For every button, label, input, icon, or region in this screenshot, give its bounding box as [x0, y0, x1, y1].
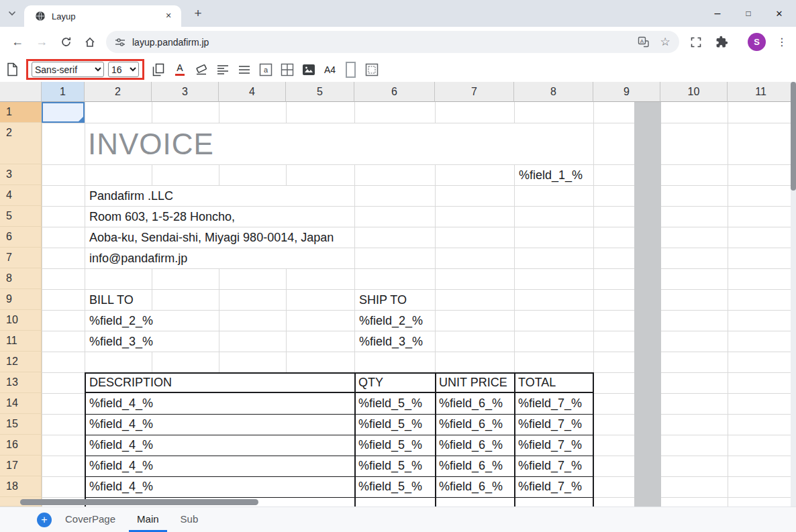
bill-field-3-cell[interactable]: %field_3_% [85, 331, 157, 352]
row-header-12[interactable]: 12 [0, 352, 42, 372]
table-cell[interactable]: %field_5_% [358, 477, 422, 496]
site-settings-icon[interactable] [114, 36, 126, 48]
table-cell[interactable]: %field_4_% [89, 477, 153, 496]
vertical-scrollbar-track[interactable] [791, 82, 796, 507]
horizontal-scrollbar-thumb[interactable] [20, 499, 258, 505]
new-file-button[interactable] [4, 60, 20, 79]
address-line1-cell[interactable]: Room 603, 1-5-28 Honcho, [85, 207, 354, 227]
browser-tab[interactable]: Layup ✕ [24, 5, 181, 27]
minimize-button[interactable]: – [702, 0, 733, 27]
borders-button[interactable] [279, 60, 295, 79]
table-cell[interactable]: %field_6_% [439, 435, 503, 455]
vertical-scrollbar-thumb[interactable] [791, 82, 796, 191]
page-margins-button[interactable] [364, 60, 380, 79]
table-header-unit-price[interactable]: UNIT PRICE [439, 373, 507, 392]
tab-close-icon[interactable]: ✕ [162, 10, 175, 22]
column-header-11[interactable]: 11 [728, 82, 791, 102]
table-cell[interactable]: %field_4_% [89, 435, 153, 455]
row-header-10[interactable]: 10 [0, 310, 42, 331]
table-header-description[interactable]: DESCRIPTION [89, 373, 172, 392]
translate-icon[interactable]: A [635, 34, 651, 50]
home-button[interactable] [81, 33, 99, 52]
field-1-cell[interactable]: %field_1_% [515, 165, 587, 185]
browser-menu-button[interactable]: ⋮ [773, 33, 791, 50]
column-header-10[interactable]: 10 [660, 82, 728, 102]
new-tab-button[interactable]: + [190, 6, 206, 22]
column-header-7[interactable]: 7 [435, 82, 514, 102]
ship-to-cell[interactable]: SHIP TO [355, 290, 411, 310]
sheet-tab-coverpage[interactable]: CoverPage [57, 507, 123, 532]
page-orientation-icon[interactable] [346, 62, 356, 78]
table-cell[interactable]: %field_4_% [89, 394, 153, 413]
column-header-4[interactable]: 4 [219, 82, 286, 102]
ship-field-3-cell[interactable]: %field_3_% [355, 331, 427, 352]
address-bar[interactable]: layup.pandafirm.jp A ☆ [106, 31, 679, 53]
table-cell[interactable]: %field_7_% [518, 477, 582, 496]
column-header-9[interactable]: 9 [593, 82, 660, 102]
page-size-label[interactable]: A4 [324, 64, 336, 75]
table-cell[interactable]: %field_4_% [89, 415, 153, 434]
column-header-1[interactable]: 1 [42, 82, 85, 102]
row-header-1[interactable]: 1 [0, 102, 42, 123]
row-header-13[interactable]: 13 [0, 372, 42, 393]
align-justify-button[interactable] [236, 60, 252, 79]
close-button[interactable]: ✕ [764, 0, 795, 27]
row-header-14[interactable]: 14 [0, 393, 42, 414]
corner-cell[interactable] [0, 82, 42, 102]
column-header-8[interactable]: 8 [514, 82, 593, 102]
row-header-2[interactable]: 2 [0, 123, 42, 164]
selected-cell[interactable] [42, 102, 85, 123]
fill-handle[interactable] [77, 115, 85, 123]
bookmark-star-icon[interactable]: ☆ [657, 34, 673, 50]
font-family-select[interactable]: Sans-serif [32, 62, 104, 77]
bill-field-2-cell[interactable]: %field_2_% [85, 311, 157, 331]
row-header-5[interactable]: 5 [0, 206, 42, 227]
add-sheet-button[interactable]: + [37, 513, 52, 527]
table-cell[interactable]: %field_5_% [358, 435, 422, 455]
table-cell[interactable]: %field_6_% [439, 477, 503, 496]
row-header-7[interactable]: 7 [0, 248, 42, 268]
font-color-button[interactable]: A [172, 60, 188, 79]
table-header-qty[interactable]: QTY [358, 373, 383, 392]
row-header-11[interactable]: 11 [0, 331, 42, 352]
invoice-title-cell[interactable]: INVOICE [85, 123, 593, 164]
table-cell[interactable]: %field_7_% [518, 435, 582, 455]
insert-image-button[interactable] [301, 60, 317, 79]
tab-list-button[interactable] [7, 9, 18, 19]
table-cell[interactable]: %field_4_% [89, 456, 153, 476]
email-cell[interactable]: info@pandafirm.jp [85, 248, 354, 268]
forward-button[interactable]: → [32, 33, 51, 52]
sheet-tab-main[interactable]: Main [129, 507, 167, 532]
table-cell[interactable]: %field_5_% [358, 456, 422, 476]
company-name-cell[interactable]: Pandafirm .LLC [85, 186, 354, 206]
font-size-select[interactable]: 16 [108, 62, 139, 77]
table-cell[interactable]: %field_6_% [439, 394, 503, 413]
textbox-button[interactable]: a [258, 60, 274, 79]
column-header-3[interactable]: 3 [152, 82, 219, 102]
row-header-16[interactable]: 16 [0, 435, 42, 456]
bill-to-cell[interactable]: BILL TO [85, 290, 138, 310]
table-cell[interactable]: %field_6_% [439, 456, 503, 476]
eraser-button[interactable] [193, 60, 209, 79]
table-cell[interactable]: %field_7_% [518, 394, 582, 413]
reload-button[interactable] [56, 33, 75, 52]
extensions-button[interactable] [713, 34, 730, 51]
copy-button[interactable] [150, 60, 166, 79]
table-cell[interactable]: %field_7_% [518, 456, 582, 476]
address-line2-cell[interactable]: Aoba-ku, Sendai-shi, Miyagi 980-0014, Ja… [85, 227, 354, 248]
ship-field-2-cell[interactable]: %field_2_% [355, 311, 427, 331]
table-cell[interactable]: %field_7_% [518, 415, 582, 434]
column-header-2[interactable]: 2 [85, 82, 152, 102]
row-header-18[interactable]: 18 [0, 476, 42, 497]
profile-avatar[interactable]: S [748, 33, 766, 51]
row-header-6[interactable]: 6 [0, 227, 42, 248]
fullscreen-button[interactable] [687, 34, 705, 51]
column-header-5[interactable]: 5 [286, 82, 354, 102]
row-header-3[interactable]: 3 [0, 164, 42, 185]
maximize-button[interactable]: □ [733, 0, 764, 27]
sheet-tab-sub[interactable]: Sub [172, 507, 207, 532]
table-cell[interactable]: %field_5_% [358, 415, 422, 434]
back-button[interactable]: ← [8, 33, 27, 52]
row-header-15[interactable]: 15 [0, 414, 42, 435]
table-header-total[interactable]: TOTAL [518, 373, 556, 392]
